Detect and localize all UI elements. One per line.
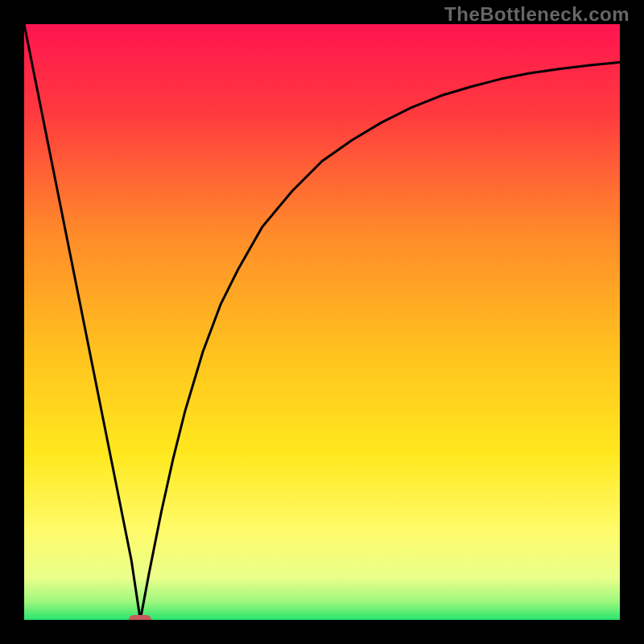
chart-frame: TheBottleneck.com [0,0,644,644]
curve-path [24,24,620,620]
plot-area [24,24,620,620]
watermark-text: TheBottleneck.com [444,3,630,26]
curve-layer [24,24,620,620]
highlight-marker [129,615,151,620]
